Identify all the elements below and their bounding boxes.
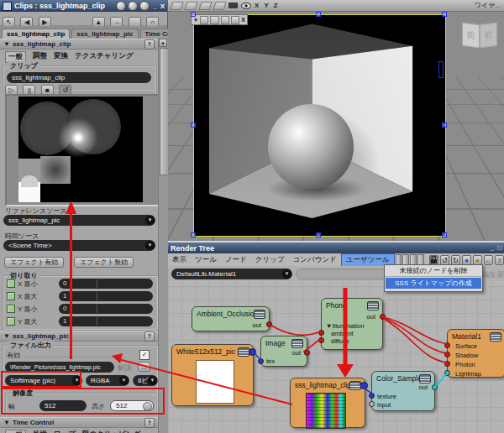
crop-xmax-slider[interactable]: 1 — [59, 291, 153, 301]
height-field[interactable]: 512 — [110, 400, 154, 411]
crop-ymin-slider[interactable]: 0 — [59, 304, 153, 314]
port-input[interactable] — [369, 401, 375, 407]
port-surface[interactable] — [444, 342, 450, 348]
eye-icon[interactable] — [241, 3, 251, 9]
width-field[interactable]: 512 — [39, 400, 87, 411]
nav-cube-front-face[interactable]: 前 — [462, 23, 480, 49]
mini-toolbar-button[interactable] — [231, 16, 239, 24]
channels-select[interactable]: RGBA ▼ — [86, 375, 129, 386]
close-button[interactable]: X — [160, 3, 165, 10]
keyframe-icon[interactable] — [116, 1, 126, 11]
menu-item-create-sss-lightmap[interactable]: SSS ライトマップの作成 — [386, 278, 481, 289]
collapse-icon[interactable]: ▼ — [193, 18, 198, 23]
subtab-transform[interactable]: 変換 — [54, 51, 68, 63]
recycle-icon[interactable] — [128, 1, 138, 11]
minimize-button[interactable]: _ — [491, 244, 494, 252]
layout-tab-icon[interactable] — [198, 2, 212, 10]
port-photon[interactable] — [444, 361, 450, 367]
scrollbar[interactable]: ▲ — [158, 39, 168, 433]
node-material1[interactable]: Material1 Surface Shadow Photon Lightmap — [447, 329, 504, 378]
node-menu-icon[interactable] — [349, 381, 361, 390]
refresh-icon[interactable]: ↺ — [440, 255, 449, 265]
chevron-down-icon[interactable]: ▼ — [148, 376, 157, 385]
selection-handle[interactable] — [442, 123, 447, 128]
port-lightmap[interactable] — [444, 370, 450, 376]
menu-tools[interactable]: ツール — [191, 254, 221, 266]
node-menu-icon[interactable] — [291, 339, 303, 348]
node-ambient-occlusion[interactable]: Ambient_Occlusion out — [192, 306, 270, 331]
menu-item-delete-unconnected[interactable]: 未接続のノードを削除 — [385, 265, 482, 277]
section-time-control-header[interactable]: ▼ Time Control ? — [0, 417, 158, 428]
node-white512x512-pic[interactable]: White512x512_pic — [171, 344, 254, 406]
auto-refresh-icon[interactable]: ↻ — [451, 255, 460, 265]
node-image[interactable]: Image out tex — [260, 336, 307, 367]
port-clip-out[interactable] — [249, 348, 256, 356]
render-tree-canvas[interactable]: Ambient_Occlusion out White512x512_pic I… — [168, 281, 504, 433]
mini-toolbar-button[interactable] — [221, 16, 229, 24]
camera-icon[interactable] — [228, 3, 238, 8]
node-menu-icon[interactable] — [490, 332, 501, 342]
section-clip-header[interactable]: ▼ sss_lightmap_clip ? — [0, 39, 158, 50]
update-icon[interactable] — [139, 1, 150, 11]
selection-handle[interactable] — [191, 123, 196, 128]
render-tree-titlebar[interactable]: Render Tree _ □ — [168, 243, 504, 253]
selection-handle[interactable] — [442, 12, 447, 17]
selection-handle[interactable] — [442, 232, 447, 237]
back-arrow-icon[interactable]: ← — [484, 255, 493, 265]
edge-handle[interactable] — [438, 61, 444, 78]
navigation-cube[interactable]: 前 右 — [460, 17, 499, 54]
close-icon[interactable]: X — [241, 17, 245, 23]
layout-tab-icon[interactable] — [213, 2, 226, 10]
port-texture[interactable] — [369, 393, 375, 399]
display-mode-menu[interactable]: ワイヤ... — [475, 1, 501, 10]
port-tex[interactable] — [258, 358, 264, 364]
anim-toggle-icon[interactable] — [7, 317, 15, 326]
output-path-field[interactable]: \Render_Pictures\sss_lightmap.pic — [5, 362, 114, 373]
menu-view[interactable]: 表示 — [168, 254, 191, 266]
subtab-texturing[interactable]: テクスチャリング — [75, 51, 134, 63]
port-out[interactable] — [266, 321, 272, 327]
anim-toggle-icon[interactable] — [7, 292, 15, 300]
format-select[interactable]: Softimage (pic) ▼ — [5, 375, 82, 386]
selection-handle[interactable] — [191, 232, 196, 237]
port-ambient[interactable] — [318, 330, 324, 336]
crop-ymax-slider[interactable]: 1 — [59, 316, 153, 326]
depth-select[interactable]: 8ビット ▼ — [133, 375, 158, 386]
chevron-down-icon[interactable]: ▼ — [119, 376, 129, 385]
memo-icon[interactable]: ● — [473, 255, 482, 265]
effect-enable-button[interactable]: エフェクト有効 — [4, 257, 64, 268]
slider-handle[interactable] — [143, 402, 152, 411]
port-out[interactable] — [304, 350, 310, 356]
menu-compounds[interactable]: コンパウンド — [289, 254, 341, 266]
selection-handle[interactable] — [316, 232, 321, 237]
clips-titlebar[interactable]: Clips : sss_lightmap_clip _ X — [0, 0, 167, 12]
chevron-down-icon[interactable]: ▼ — [145, 216, 155, 225]
node-menu-icon[interactable] — [238, 347, 249, 357]
minimize-button[interactable]: _ — [153, 3, 156, 10]
node-menu-icon[interactable] — [419, 374, 431, 383]
material-select[interactable]: DefaultLib.Material1 ▼ — [171, 269, 292, 279]
subtab-general[interactable]: 一般 — [5, 430, 26, 433]
subtab-clipping[interactable]: 限のクリッピング — [82, 430, 140, 433]
mini-toolbar-button[interactable] — [210, 16, 218, 24]
enabled-checkbox[interactable]: ✓ — [139, 350, 150, 360]
help-icon[interactable]: ? — [495, 255, 504, 265]
chevron-down-icon[interactable]: ▼ — [72, 376, 81, 385]
tab-sss-lightmap-pic[interactable]: sss_lightmap_pic — [71, 29, 138, 39]
selection-handle[interactable] — [191, 12, 196, 17]
tab-sss-lightmap-clip[interactable]: sss_lightmap_clip — [2, 29, 70, 39]
port-shadow[interactable] — [444, 352, 450, 357]
resolve-button[interactable]: 解決 — [118, 363, 132, 373]
collapse-arrow-icon[interactable]: ▼ — [3, 419, 10, 426]
chevron-down-icon[interactable]: ▼ — [145, 241, 155, 250]
rendered-image[interactable] — [193, 14, 446, 237]
node-color-sampler[interactable]: Color_Sampler out texture input — [371, 371, 435, 411]
node-menu-icon[interactable] — [367, 301, 379, 310]
anim-toggle-icon[interactable] — [7, 305, 15, 313]
maximize-button[interactable]: □ — [497, 244, 501, 252]
crop-xmin-slider[interactable]: 0 — [59, 279, 153, 289]
menu-clips[interactable]: クリップ — [251, 254, 289, 266]
nav-cube-right-face[interactable]: 右 — [480, 23, 497, 49]
browse-button[interactable]: ... — [138, 362, 150, 372]
port-out[interactable] — [432, 384, 438, 390]
